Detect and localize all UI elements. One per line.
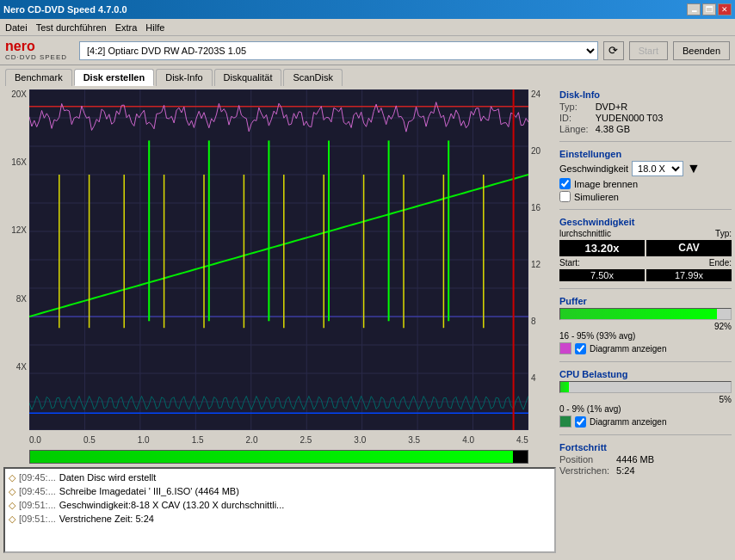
disk-info-section: Disk-Info Typ: DVD+R ID: YUDEN000 T03 Lä… [559,89,732,134]
titlebar-buttons: 🗕 🗖 ✕ [687,3,732,15]
laenge-label: Länge: [559,124,589,134]
position-value: 4446 MB [616,454,732,465]
cpu-bar-fill [560,382,569,392]
start-button[interactable]: Start [629,41,668,60]
geschwindigkeit-title: Geschwindigkeit [559,217,732,227]
log-time-1: [09:45:... [19,484,56,498]
divider-1 [559,141,732,142]
cpu-diagram-checkbox[interactable] [575,416,586,428]
log-text-3: Verstrichene Zeit: 5:24 [59,512,154,526]
tab-scandisk[interactable]: ScanDisk [283,69,342,86]
tab-disk-info[interactable]: Disk-Info [156,69,212,86]
log-entry-3: ◇ [09:51:... Verstrichene Zeit: 5:24 [9,512,551,526]
log-time-2: [09:51:... [19,498,56,512]
buffer-range: 16 - 95% (93% avg) [559,331,732,341]
start-label: Start: [559,258,580,268]
tab-disk-erstellen[interactable]: Disk erstellen [74,69,155,86]
logo-cddvd: CD·DVD SPEED [5,53,67,61]
typ-value: DVD+R [596,102,732,112]
einstellungen-title: Einstellungen [559,149,732,159]
tab-diskqualitat[interactable]: Diskqualität [214,69,282,86]
window-title: Nero CD-DVD Speed 4.7.0.0 [3,4,127,15]
log-entry-0: ◇ [09:45:... Daten Disc wird erstellt [9,471,551,484]
log-entry-1: ◇ [09:45:... Schreibe Imagedatei ' III_6… [9,484,551,498]
log-icon-2: ◇ [9,498,15,512]
right-panel: Disk-Info Typ: DVD+R ID: YUDEN000 T03 Lä… [559,89,732,553]
log-icon-0: ◇ [9,471,15,484]
logo: nero CD·DVD SPEED [5,40,67,61]
cpu-color-swatch [559,415,571,428]
fortschritt-section: Fortschritt Position 4446 MB Verstrichen… [559,442,732,476]
y-axis-right: 24 20 16 12 8 4 [528,89,556,430]
menubar: Datei Test durchführen Extra Hilfe [0,19,735,36]
close-button[interactable]: ✕ [718,3,732,15]
logo-nero: nero [5,40,67,53]
menu-test[interactable]: Test durchführen [36,22,107,33]
cpu-range: 0 - 9% (1% avg) [559,404,732,414]
refresh-button[interactable]: ⟳ [603,41,624,60]
tab-benchmark[interactable]: Benchmark [5,69,72,86]
puffer-color-swatch [559,342,571,354]
log-icon-3: ◇ [9,512,15,526]
cpu-diagram-row: Diagramm anzeigen [559,415,732,428]
speed-row: Geschwindigkeit 18.0 X ▼ [559,161,732,176]
cpu-title: CPU Belastung [559,369,732,379]
log-time-0: [09:45:... [19,471,56,484]
ende-label: Ende: [709,258,732,268]
image-brennen-label: Image brennen [574,179,638,189]
image-brennen-row: Image brennen [559,178,732,189]
speed-label: Geschwindigkeit [559,163,628,174]
toolbar: nero CD·DVD SPEED [4:2] Optiarc DVD RW A… [0,36,735,65]
cpu-bar [559,381,732,393]
puffer-diagram-label: Diagramm anzeigen [590,344,667,354]
end-button[interactable]: Beenden [673,41,730,60]
id-value: YUDEN000 T03 [596,113,732,123]
disk-info-grid: Typ: DVD+R ID: YUDEN000 T03 Länge: 4.38 … [559,102,732,134]
image-brennen-checkbox[interactable] [559,178,571,189]
divider-5 [559,434,732,435]
chart-area: 20X 16X 12X 8X 4X 24 20 16 12 [3,89,556,553]
progress-bar-fill [30,451,513,463]
minimize-button[interactable]: 🗕 [687,3,701,15]
typ-speed-box: CAV [646,240,732,256]
cpu-section: CPU Belastung 5% 0 - 9% (1% avg) Diagram… [559,369,732,428]
drive-select[interactable]: [4:2] Optiarc DVD RW AD-7203S 1.05 [79,41,598,60]
fortschritt-grid: Position 4446 MB Verstrichen: 5:24 [559,454,732,476]
log-entry-2: ◇ [09:51:... Geschwindigkeit:8-18 X CAV … [9,498,551,512]
menu-hilfe[interactable]: Hilfe [145,22,164,33]
log-area: ◇ [09:45:... Daten Disc wird erstellt ◇ … [3,467,556,553]
progress-bar [29,450,528,464]
puffer-diagram-checkbox[interactable] [575,343,586,354]
puffer-section: Puffer 92% 16 - 95% (93% avg) Diagramm a… [559,296,732,354]
cpu-percent: 5% [559,395,732,404]
maximize-button[interactable]: 🗖 [702,3,716,15]
menu-datei[interactable]: Datei [5,22,28,33]
menu-extra[interactable]: Extra [115,22,138,33]
divider-2 [559,209,732,210]
typ-label: Typ: [559,102,589,112]
speed-headers: lurchschnittlic Typ: [559,229,732,238]
divider-4 [559,361,732,362]
tabs: Benchmark Disk erstellen Disk-Info Diskq… [0,65,735,86]
buffer-percent: 92% [559,322,732,331]
puffer-diagram-row: Diagramm anzeigen [559,342,732,354]
x-axis: 0.0 0.5 1.0 1.5 2.0 2.5 3.0 3.5 4.0 4.5 [29,434,528,446]
avg-speed-box: 13.20x [559,240,645,256]
log-time-3: [09:51:... [19,512,56,526]
fortschritt-title: Fortschritt [559,442,732,452]
speed-select[interactable]: 18.0 X [632,161,683,176]
main-content: 20X 16X 12X 8X 4X 24 20 16 12 [0,86,735,557]
log-icon-1: ◇ [9,484,15,498]
ende-value: 17.99x [646,269,732,281]
simulieren-checkbox[interactable] [559,191,571,202]
verstrichen-value: 5:24 [616,465,732,476]
buffer-bar [559,308,732,320]
simulieren-label: Simulieren [574,192,619,202]
puffer-title: Puffer [559,296,732,306]
divider-3 [559,288,732,289]
log-text-2: Geschwindigkeit:8-18 X CAV (13.20 X durc… [59,498,284,512]
position-label: Position [559,454,609,465]
typ-header: Typ: [715,229,732,238]
titlebar: Nero CD-DVD Speed 4.7.0.0 🗕 🗖 ✕ [0,0,735,19]
log-text-1: Schreibe Imagedatei ' III_6.ISO' (4464 M… [59,484,239,498]
